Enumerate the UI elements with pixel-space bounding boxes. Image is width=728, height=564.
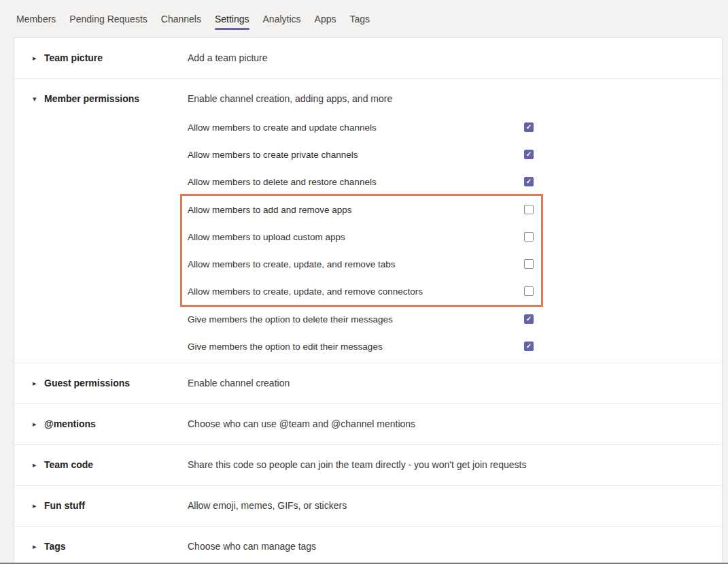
option-row-allow-members-to-create-update-and-remove-connectors: Allow members to create, update, and rem…: [188, 278, 534, 305]
chevron-right-icon: ▸: [33, 52, 44, 65]
option-row-give-members-the-option-to-edit-their-messages: Give members the option to edit their me…: [188, 333, 534, 360]
section-header-member-permissions[interactable]: ▾Member permissionsEnable channel creati…: [14, 93, 722, 105]
section-title: Team picture: [44, 52, 188, 65]
section-tags: ▸TagsChoose who can manage tags: [14, 527, 722, 564]
section-description: Enable channel creation: [188, 377, 290, 390]
checkbox-allow-members-to-create-and-update-channels[interactable]: [524, 122, 534, 132]
option-row-allow-members-to-create-update-and-remove-tabs: Allow members to create, update, and rem…: [188, 250, 534, 278]
tab-settings[interactable]: Settings: [215, 14, 249, 24]
chevron-right-icon: ▸: [33, 540, 44, 553]
section-header-tags[interactable]: ▸TagsChoose who can manage tags: [14, 540, 722, 553]
section-header-fun-stuff[interactable]: ▸Fun stuffAllow emoji, memes, GIFs, or s…: [14, 499, 722, 512]
chevron-right-icon: ▸: [33, 377, 44, 390]
section-description: Add a team picture: [188, 52, 268, 65]
section-description: Choose who can manage tags: [188, 540, 316, 553]
checkbox-allow-members-to-create-private-channels[interactable]: [524, 150, 534, 159]
option-label: Allow members to create, update, and rem…: [188, 286, 423, 297]
section-header-team-picture[interactable]: ▸Team pictureAdd a team picture: [14, 52, 722, 65]
settings-panel: ▸Team pictureAdd a team picture▾Member p…: [14, 37, 723, 564]
section-title: Guest permissions: [44, 377, 188, 390]
chevron-right-icon: ▸: [33, 459, 44, 471]
chevron-down-icon: ▾: [33, 93, 44, 105]
section-header-guest-permissions[interactable]: ▸Guest permissionsEnable channel creatio…: [14, 377, 722, 390]
checkbox-allow-members-to-add-and-remove-apps[interactable]: [524, 205, 534, 214]
option-label: Give members the option to edit their me…: [188, 342, 383, 352]
section-description: Allow emoji, memes, GIFs, or stickers: [188, 499, 347, 512]
tab-analytics[interactable]: Analytics: [263, 14, 301, 24]
checkbox-give-members-the-option-to-delete-their-messages[interactable]: [524, 314, 534, 324]
option-row-allow-members-to-add-and-remove-apps: Allow members to add and remove apps: [188, 196, 534, 223]
section-header-mentions[interactable]: ▸@mentionsChoose who can use @team and @…: [14, 418, 722, 431]
section-header-team-code[interactable]: ▸Team codeShare this code so people can …: [14, 459, 722, 471]
option-label: Allow members to delete and restore chan…: [188, 177, 377, 187]
section-title: Member permissions: [44, 93, 188, 105]
section-mentions: ▸@mentionsChoose who can use @team and @…: [14, 404, 722, 445]
tab-bar: MembersPending RequestsChannelsSettingsA…: [0, 0, 728, 37]
checkbox-allow-members-to-upload-custom-apps[interactable]: [524, 232, 534, 242]
tab-apps[interactable]: Apps: [315, 14, 336, 24]
tab-tags[interactable]: Tags: [349, 14, 370, 24]
option-label: Give members the option to delete their …: [188, 314, 393, 325]
checkbox-give-members-the-option-to-edit-their-messages[interactable]: [524, 342, 534, 351]
tab-channels[interactable]: Channels: [161, 14, 201, 24]
option-row-allow-members-to-create-and-update-channels: Allow members to create and update chann…: [188, 114, 534, 141]
checkbox-allow-members-to-create-update-and-remove-tabs[interactable]: [524, 259, 534, 269]
section-title: Fun stuff: [44, 499, 188, 512]
option-row-give-members-the-option-to-delete-their-messages: Give members the option to delete their …: [188, 305, 534, 333]
option-label: Allow members to create and update chann…: [188, 122, 377, 133]
section-guest-permissions: ▸Guest permissionsEnable channel creatio…: [14, 363, 722, 404]
tab-members[interactable]: Members: [16, 14, 56, 24]
option-row-allow-members-to-delete-and-restore-channels: Allow members to delete and restore chan…: [188, 168, 534, 195]
tab-pending-requests[interactable]: Pending Requests: [69, 14, 147, 24]
section-team-picture: ▸Team pictureAdd a team picture: [14, 38, 722, 79]
checkbox-allow-members-to-create-update-and-remove-connectors[interactable]: [524, 286, 534, 296]
section-title: Team code: [44, 459, 188, 471]
section-team-code: ▸Team codeShare this code so people can …: [14, 445, 722, 486]
option-row-allow-members-to-create-private-channels: Allow members to create private channels: [188, 141, 534, 168]
section-member-permissions: ▾Member permissionsEnable channel creati…: [14, 79, 722, 363]
option-label: Allow members to create, update, and rem…: [188, 259, 395, 269]
option-label: Allow members to upload custom apps: [188, 232, 345, 242]
section-title: Tags: [44, 540, 188, 553]
section-description: Share this code so people can join the t…: [188, 459, 526, 471]
chevron-right-icon: ▸: [33, 499, 44, 512]
section-description: Enable channel creation, adding apps, an…: [188, 93, 392, 105]
section-fun-stuff: ▸Fun stuffAllow emoji, memes, GIFs, or s…: [14, 486, 722, 527]
option-label: Allow members to create private channels: [188, 150, 358, 160]
options-list: Allow members to create and update chann…: [188, 114, 534, 360]
chevron-right-icon: ▸: [33, 418, 44, 431]
option-label: Allow members to add and remove apps: [188, 205, 352, 215]
highlight-annotation: Allow members to add and remove appsAllo…: [180, 194, 543, 307]
section-description: Choose who can use @team and @channel me…: [188, 418, 415, 431]
checkbox-allow-members-to-delete-and-restore-channels[interactable]: [524, 177, 534, 186]
section-title: @mentions: [44, 418, 188, 431]
option-row-allow-members-to-upload-custom-apps: Allow members to upload custom apps: [188, 223, 534, 250]
